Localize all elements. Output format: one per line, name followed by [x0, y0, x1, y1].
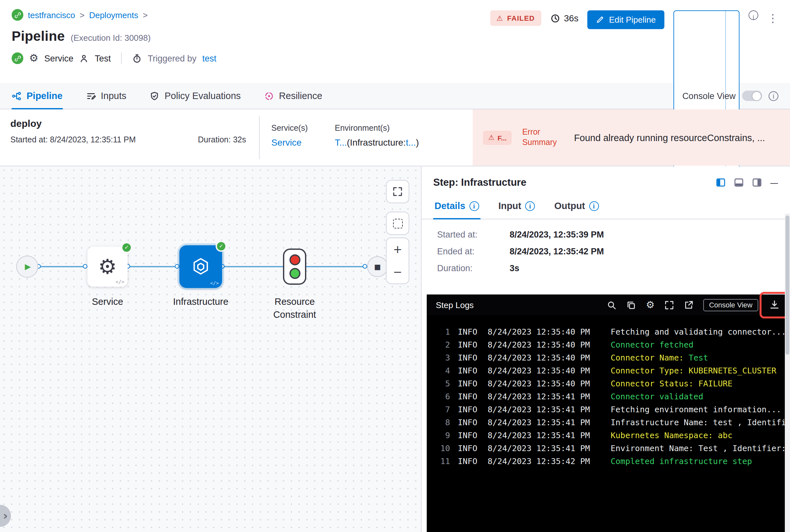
stop-icon — [374, 263, 381, 270]
node-resource-constraint[interactable] — [283, 248, 306, 285]
viewport: testfrancisco > Deployments > Pipeline (… — [0, 0, 790, 532]
environments-label: Environment(s) — [335, 124, 473, 133]
tab-details-label: Details — [435, 201, 465, 211]
canvas-zoom-controls — [386, 238, 409, 284]
canvas-fit-view-button[interactable] — [386, 180, 409, 203]
zoom-out-button[interactable] — [387, 261, 409, 284]
graph-edge — [128, 266, 180, 267]
log-message: Connector Status: FAILURE — [611, 377, 732, 390]
log-message: Fetching environment information... — [611, 403, 781, 416]
page-title: Pipeline — [12, 28, 65, 44]
layout-right-split-icon[interactable] — [752, 177, 762, 188]
infrastructure-suffix: ) — [416, 137, 419, 148]
log-message: Connector fetched — [611, 339, 694, 352]
services-block: Service(s) Service — [260, 109, 328, 166]
step-details: Started at: 8/24/2023, 12:35:39 PM Ended… — [422, 220, 790, 280]
services-value-link[interactable]: Service — [271, 137, 328, 148]
pipeline-end-node[interactable] — [367, 256, 388, 277]
triggered-by-link[interactable]: test — [202, 53, 217, 63]
logs-console-view-button[interactable]: Console View — [703, 299, 758, 311]
detail-duration-label: Duration: — [437, 263, 510, 273]
logs-fullscreen-icon[interactable] — [664, 300, 674, 310]
tab-output-label: Output — [554, 201, 585, 211]
clock-icon — [550, 13, 560, 23]
log-message: Completed infrastructure step — [611, 455, 752, 468]
edit-pipeline-button[interactable]: Edit Pipeline — [588, 11, 664, 29]
zoom-in-button[interactable] — [387, 238, 409, 261]
logs-copy-icon[interactable] — [626, 300, 636, 310]
breadcrumb-deployments[interactable]: Deployments — [89, 10, 138, 20]
canvas-multi-select-button[interactable] — [386, 212, 409, 235]
logs-open-external-icon[interactable] — [684, 300, 694, 310]
layout-left-split-icon[interactable] — [716, 177, 726, 188]
log-line: 10INFO8/24/2023 12:35:41 PMEnvironment N… — [436, 442, 790, 455]
log-line: 1INFO8/24/2023 12:35:40 PMFetching and v… — [436, 325, 790, 339]
step-logs-lines[interactable]: 1INFO8/24/2023 12:35:40 PMFetching and v… — [427, 315, 790, 532]
stage-times-row: Started at: 8/24/2023, 12:35:11 PM Durat… — [11, 135, 249, 144]
layout-bottom-split-icon[interactable] — [734, 177, 744, 188]
log-line: 7INFO8/24/2023 12:35:41 PMFetching envir… — [436, 403, 790, 416]
play-icon — [25, 263, 31, 270]
detail-ended-label: Ended at: — [437, 247, 510, 256]
tab-pipeline-label: Pipeline — [26, 91, 62, 101]
header-info-icon[interactable] — [749, 11, 758, 20]
node-service[interactable]: </> — [87, 247, 128, 287]
stage-summary-left: deploy Started at: 8/24/2023, 12:35:11 P… — [0, 109, 259, 166]
environments-value[interactable]: T...(Infrastructure:t...) — [335, 137, 473, 148]
breadcrumb-separator: > — [143, 10, 148, 20]
tab-input-label: Input — [498, 201, 521, 211]
previous-stage-chevron[interactable] — [0, 505, 11, 527]
console-view-toggle[interactable] — [742, 91, 762, 101]
step-details-panel: Step: Infrastructure Details Input — [421, 166, 790, 532]
detail-started-value: 8/24/2023, 12:35:39 PM — [510, 230, 604, 240]
minimize-panel-icon[interactable] — [770, 178, 778, 187]
input-info-icon[interactable] — [525, 201, 535, 211]
detail-row-duration: Duration: 3s — [437, 263, 774, 273]
more-options-kebab-icon[interactable] — [767, 11, 778, 24]
tab-details[interactable]: Details — [433, 195, 480, 219]
log-line: 2INFO8/24/2023 12:35:40 PMConnector fetc… — [436, 339, 790, 352]
logs-search-icon[interactable] — [607, 300, 617, 310]
shield-check-icon — [150, 91, 159, 101]
log-line: 9INFO8/24/2023 12:35:41 PMKubernetes Nam… — [436, 429, 790, 442]
detail-duration-value: 3s — [510, 263, 519, 273]
details-info-icon[interactable] — [469, 201, 479, 211]
logs-settings-gear-icon[interactable] — [646, 300, 655, 310]
breadcrumb-project[interactable]: testfrancisco — [28, 10, 75, 20]
tab-pipeline[interactable]: Pipeline — [12, 83, 62, 109]
error-summary-label: Error Summary — [522, 128, 564, 148]
breadcrumb-separator: > — [80, 10, 85, 20]
test-user-icon — [79, 53, 89, 63]
panel-scrollbar[interactable] — [785, 213, 790, 532]
connector-dot — [83, 264, 87, 269]
triggered-by-label: Triggered by — [148, 53, 197, 63]
tab-resilience[interactable]: Resilience — [264, 83, 323, 109]
detail-row-started: Started at: 8/24/2023, 12:35:39 PM — [437, 230, 774, 240]
console-view-info-icon[interactable] — [769, 91, 778, 101]
pipeline-start-node[interactable] — [16, 255, 38, 278]
page-header: testfrancisco > Deployments > Pipeline (… — [0, 0, 790, 83]
stopwatch-icon — [132, 53, 142, 63]
chevron-right-icon — [3, 510, 8, 521]
tab-output[interactable]: Output — [553, 195, 600, 219]
log-message: Connector validated — [611, 390, 703, 403]
log-message: Kubernetes Namespace: abc — [611, 429, 732, 442]
error-failed-badge-label: F... — [498, 134, 507, 141]
tab-policy-evaluations[interactable]: Policy Evaluations — [150, 83, 241, 109]
infrastructure-name-truncated[interactable]: t... — [406, 137, 416, 148]
environment-name-truncated[interactable]: T... — [335, 137, 347, 148]
output-info-icon[interactable] — [589, 201, 599, 211]
tab-input[interactable]: Input — [497, 195, 536, 219]
panel-scrollbar-thumb[interactable] — [786, 215, 789, 355]
detail-started-label: Started at: — [437, 230, 510, 240]
download-icon — [769, 300, 779, 310]
tab-inputs[interactable]: Inputs — [86, 83, 126, 109]
app-window: testfrancisco > Deployments > Pipeline (… — [0, 0, 790, 532]
pipeline-graph-canvas[interactable]: </> </> Service Infrastructure Resource … — [0, 166, 421, 532]
logs-download-button[interactable] — [768, 298, 781, 311]
node-infrastructure[interactable]: </> — [179, 245, 222, 288]
error-failed-badge: F... — [483, 130, 512, 145]
graph-edge — [39, 266, 88, 267]
traffic-light-red — [289, 254, 300, 265]
graph-edge — [223, 266, 283, 267]
